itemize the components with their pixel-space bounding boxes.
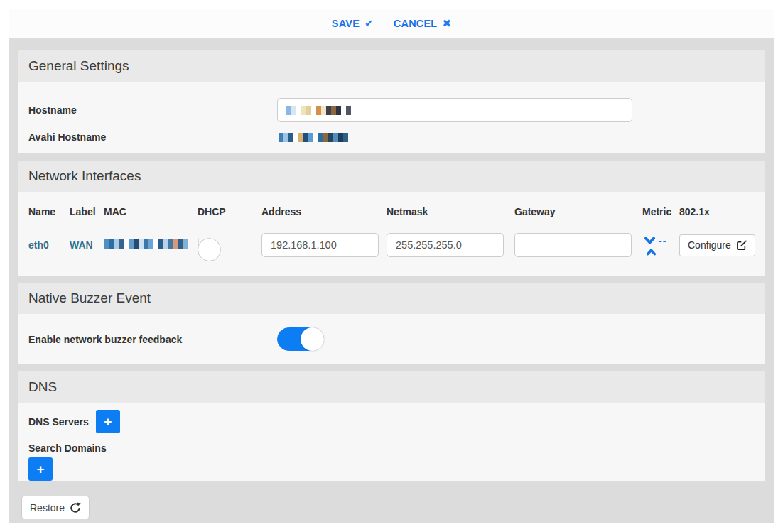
native-buzzer-header: Native Buzzer Event xyxy=(18,283,765,314)
section-general-settings: General Settings Hostname Avahi Hostname xyxy=(18,50,765,153)
section-title: General Settings xyxy=(28,58,129,74)
plus-icon: + xyxy=(36,462,44,477)
column-header-metric: Metric xyxy=(642,206,679,217)
action-bar: SAVE ✔ CANCEL ✖ xyxy=(9,9,774,38)
dns-header: DNS xyxy=(18,371,765,403)
column-header-dhcp: DHCP xyxy=(198,206,261,217)
toggle-knob xyxy=(198,238,221,261)
settings-panel: SAVE ✔ CANCEL ✖ General Settings Hostnam… xyxy=(9,9,774,523)
section-native-buzzer-event: Native Buzzer Event Enable network buzze… xyxy=(18,283,765,364)
column-header-name: Name xyxy=(28,206,70,217)
netmask-input[interactable] xyxy=(387,233,504,257)
buzzer-toggle-row: Enable network buzzer feedback xyxy=(28,327,755,351)
hostname-input[interactable] xyxy=(277,98,632,122)
plus-icon: + xyxy=(104,414,112,429)
metric-control: -- xyxy=(642,235,679,256)
cancel-button-label: CANCEL xyxy=(394,18,438,29)
avahi-hostname-label: Avahi Hostname xyxy=(28,131,277,143)
chevron-down-icon[interactable] xyxy=(644,237,656,245)
column-header-address: Address xyxy=(261,206,387,217)
refresh-icon xyxy=(70,502,81,514)
configure-button-label: Configure xyxy=(688,239,731,251)
search-domains-row: + xyxy=(28,454,755,481)
redacted-mac-address xyxy=(104,239,188,249)
toggle-knob xyxy=(301,327,324,351)
buzzer-feedback-label: Enable network buzzer feedback xyxy=(28,334,277,345)
interfaces-table-header: Name Label MAC DHCP Address Netmask Gate… xyxy=(28,206,755,217)
hostname-row: Hostname xyxy=(28,98,755,122)
dns-servers-row: DNS Servers + xyxy=(28,410,755,433)
save-button[interactable]: SAVE ✔ xyxy=(332,17,374,30)
redacted-hostname-value xyxy=(286,106,351,115)
section-dns: DNS DNS Servers + Search Domains + xyxy=(18,371,765,481)
settings-content: General Settings Hostname Avahi Hostname… xyxy=(9,38,774,519)
network-interfaces-header: Network Interfaces xyxy=(18,161,765,192)
restore-button-label: Restore xyxy=(30,502,65,514)
column-header-8021x: 802.1x xyxy=(679,206,757,217)
cancel-button[interactable]: CANCEL ✖ xyxy=(394,17,451,30)
column-header-gateway: Gateway xyxy=(514,206,642,217)
metric-value: -- xyxy=(659,235,666,246)
hostname-label: Hostname xyxy=(28,104,277,116)
add-dns-server-button[interactable]: + xyxy=(96,410,120,433)
save-button-label: SAVE xyxy=(332,18,360,29)
column-header-mac: MAC xyxy=(104,206,198,217)
dhcp-toggle[interactable] xyxy=(198,238,199,251)
section-title: DNS xyxy=(28,379,57,395)
buzzer-feedback-toggle[interactable] xyxy=(277,327,324,351)
configure-8021x-button[interactable]: Configure xyxy=(679,234,755,256)
section-title: Native Buzzer Event xyxy=(28,291,151,306)
search-domains-label: Search Domains xyxy=(28,443,755,454)
section-network-interfaces: Network Interfaces Name Label MAC DHCP A… xyxy=(18,161,765,276)
section-title: Network Interfaces xyxy=(28,168,141,184)
address-input[interactable] xyxy=(261,233,379,257)
interface-row-eth0: eth0 WAN xyxy=(28,233,755,257)
x-mark-icon: ✖ xyxy=(442,17,451,30)
check-icon: ✔ xyxy=(364,17,374,30)
column-header-netmask: Netmask xyxy=(387,206,514,217)
chevron-up-icon[interactable] xyxy=(646,248,657,256)
interface-name: eth0 xyxy=(28,239,70,251)
interface-label: WAN xyxy=(70,239,104,251)
add-search-domain-button[interactable]: + xyxy=(28,457,53,481)
gateway-input[interactable] xyxy=(514,233,632,257)
dns-servers-label: DNS Servers xyxy=(28,416,89,428)
column-header-label: Label xyxy=(70,206,104,217)
general-settings-header: General Settings xyxy=(18,50,765,82)
avahi-hostname-row: Avahi Hostname xyxy=(28,131,755,143)
edit-icon xyxy=(736,240,747,251)
redacted-avahi-hostname-value xyxy=(279,133,348,142)
restore-button[interactable]: Restore xyxy=(21,496,90,519)
